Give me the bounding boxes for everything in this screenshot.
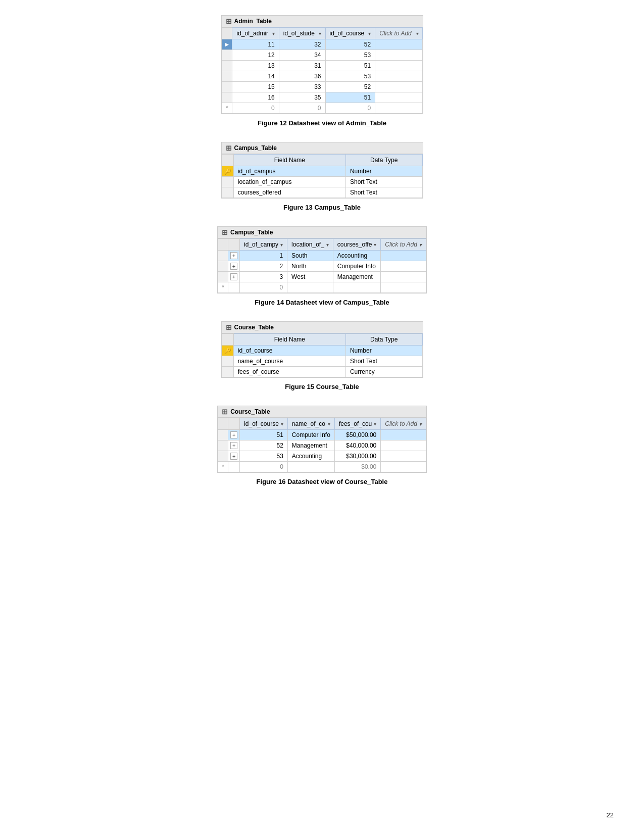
figure-16-caption: Figure 16 Datasheet view of Course_Table xyxy=(257,478,388,485)
expand-btn-cell[interactable]: + xyxy=(228,430,240,440)
col-name-course[interactable]: name_of_co ▾ xyxy=(287,418,334,430)
expand-button[interactable]: + xyxy=(230,442,237,449)
admin-datasheet-table: id_of_admir ▾ id_of_stude ▾ id_of_coursе xyxy=(222,27,423,114)
table-row[interactable]: ► 11 32 52 xyxy=(222,39,422,50)
col-id-admin[interactable]: id_of_admir ▾ xyxy=(232,28,279,39)
table-row[interactable]: fees_of_course Currency xyxy=(222,367,422,377)
col-id-campus[interactable]: id_of_campу ▾ xyxy=(240,239,287,251)
new-record-row[interactable]: * 0 $0.00 xyxy=(218,462,426,472)
col-field-name: Field Name xyxy=(233,334,345,346)
cell-empty xyxy=(381,282,426,293)
expand-btn-cell[interactable]: + xyxy=(228,451,240,462)
col-click-to-add[interactable]: Click to Add ▾ xyxy=(381,239,426,251)
col-click-to-add[interactable]: Click to Add ▾ xyxy=(381,418,426,430)
cell-name-course: Management xyxy=(287,440,334,451)
expand-btn-cell xyxy=(228,282,240,293)
key-icon: 🔑 xyxy=(224,348,231,354)
table-row[interactable]: + 3 West Management xyxy=(218,272,426,282)
row-selector xyxy=(218,272,228,282)
cell-empty xyxy=(381,430,426,440)
key-icon: 🔑 xyxy=(224,168,231,174)
row-selector xyxy=(222,92,232,103)
campus-table-tab[interactable]: ⊞ Campus_Table xyxy=(222,142,423,154)
expand-button[interactable]: + xyxy=(230,263,237,270)
cell-id-campus: 2 xyxy=(240,261,287,272)
expand-btn-cell[interactable]: + xyxy=(228,251,240,261)
col-id-course[interactable]: id_of_coursе ▾ xyxy=(240,418,288,430)
cell-empty xyxy=(375,61,422,71)
cell-empty xyxy=(381,440,426,451)
course-datasheet-tab[interactable]: ⊞ Course_Table xyxy=(218,406,426,418)
cell-id-course: 51 xyxy=(240,430,288,440)
cell-field-name: courses_offered xyxy=(233,187,345,198)
cell-id-course: 52 xyxy=(325,39,375,50)
col-id-student[interactable]: id_of_stude ▾ xyxy=(279,28,325,39)
cell-new-course: 0 xyxy=(325,103,375,114)
cell-new-id: 0 xyxy=(240,462,288,472)
row-selector xyxy=(218,261,228,272)
col-id-course[interactable]: id_of_coursе ▾ xyxy=(325,28,375,39)
figure-13-caption: Figure 13 Campus_Table xyxy=(283,204,361,211)
row-selector xyxy=(222,61,232,71)
table-row[interactable]: + 2 North Computer Info xyxy=(218,261,426,272)
expand-btn-cell xyxy=(228,462,240,472)
cell-fees-course: $40,000.00 xyxy=(334,440,380,451)
expand-btn-cell[interactable]: + xyxy=(228,440,240,451)
col-fees-course[interactable]: fees_of_cou ▾ xyxy=(334,418,380,430)
cell-id-course: 52 xyxy=(325,82,375,92)
cell-new-courses xyxy=(333,282,381,293)
cell-empty xyxy=(375,82,422,92)
new-record-row[interactable]: * 0 xyxy=(218,282,426,293)
table-row[interactable]: 12 34 53 xyxy=(222,50,422,61)
table-row[interactable]: 🔑 id_of_course Number xyxy=(222,346,422,356)
cell-field-name: fees_of_course xyxy=(233,367,345,377)
table-row[interactable]: courses_offered Short Text xyxy=(222,187,422,198)
row-selector xyxy=(222,82,232,92)
cell-id-admin: 14 xyxy=(232,71,279,82)
figure-15-caption: Figure 15 Course_Table xyxy=(285,383,359,390)
row-selector xyxy=(218,440,228,451)
row-selector: 🔑 xyxy=(222,166,233,177)
expand-btn-cell[interactable]: + xyxy=(228,272,240,282)
table-row[interactable]: 15 33 52 xyxy=(222,82,422,92)
expand-btn-cell[interactable]: + xyxy=(228,261,240,272)
cell-field-name: id_of_campus xyxy=(233,166,345,177)
table-row[interactable]: 14 36 53 xyxy=(222,71,422,82)
table-row[interactable]: + 51 Computer Info $50,000.00 xyxy=(218,430,426,440)
new-record-row[interactable]: * 0 0 0 xyxy=(222,103,422,114)
table-row[interactable]: + 52 Management $40,000.00 xyxy=(218,440,426,451)
table-row[interactable]: location_of_campus Short Text xyxy=(222,177,422,187)
cell-id-campus: 3 xyxy=(240,272,287,282)
table-row[interactable]: 13 31 51 xyxy=(222,61,422,71)
campus-datasheet-container: ⊞ Campus_Table id_of_campу ▾ loc xyxy=(217,226,427,293)
col-location[interactable]: location_of_ ▾ xyxy=(287,239,333,251)
cell-name-course: Computer Info xyxy=(287,430,334,440)
campus-datasheet-tab[interactable]: ⊞ Campus_Table xyxy=(218,227,426,238)
cell-new-admin: 0 xyxy=(232,103,279,114)
cell-id-course: 51 xyxy=(325,61,375,71)
expand-button[interactable]: + xyxy=(230,273,237,280)
row-selector xyxy=(218,430,228,440)
expand-button[interactable]: + xyxy=(230,252,237,259)
table-row[interactable]: + 1 South Accounting xyxy=(218,251,426,261)
table-row[interactable]: 🔑 id_of_campus Number xyxy=(222,166,422,177)
cell-id-student: 32 xyxy=(279,39,325,50)
cell-id-student: 31 xyxy=(279,61,325,71)
table-icon: ⊞ xyxy=(222,228,228,236)
cell-name-course: Accounting xyxy=(287,451,334,462)
cell-data-type: Short Text xyxy=(345,356,422,367)
course-datasheet-tab-label: Course_Table xyxy=(230,408,270,415)
course-table-tab[interactable]: ⊞ Course_Table xyxy=(222,322,423,333)
table-row[interactable]: 16 35 51 xyxy=(222,92,422,103)
cell-courses: Accounting xyxy=(333,251,381,261)
course-table-tab-label: Course_Table xyxy=(234,324,274,331)
col-courses-offered[interactable]: courses_offe ▾ xyxy=(333,239,381,251)
cell-new-student: 0 xyxy=(279,103,325,114)
row-selector: * xyxy=(218,462,228,472)
col-click-to-add[interactable]: Click to Add ▾ xyxy=(375,28,422,39)
table-row[interactable]: name_of_course Short Text xyxy=(222,356,422,367)
expand-button[interactable]: + xyxy=(230,431,237,438)
admin-table-tab[interactable]: ⊞ Admin_Table xyxy=(222,16,423,27)
table-row[interactable]: + 53 Accounting $30,000.00 xyxy=(218,451,426,462)
expand-button[interactable]: + xyxy=(230,453,237,460)
